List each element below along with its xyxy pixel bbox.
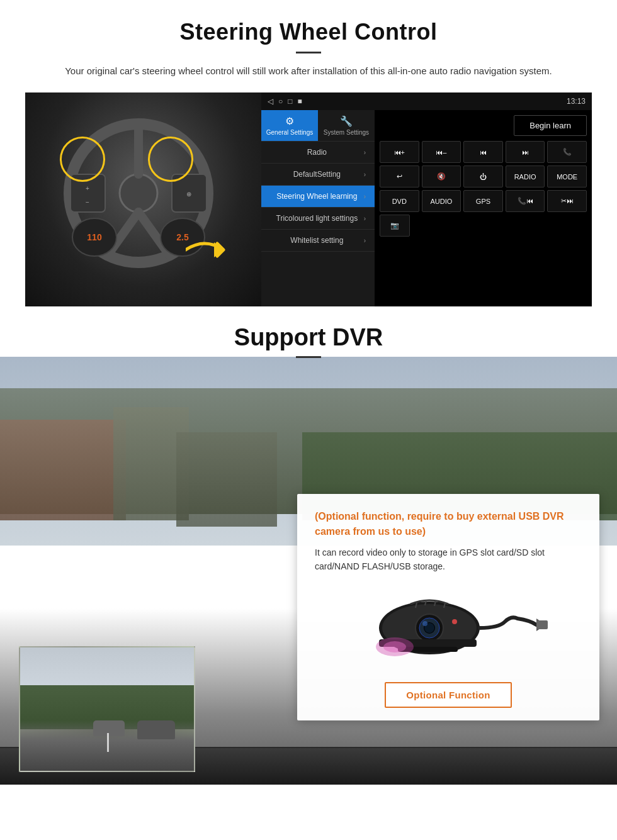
steering-title: Steering Wheel Control bbox=[25, 19, 592, 45]
svg-text:110: 110 bbox=[87, 232, 102, 242]
menu-steering-wheel[interactable]: Steering Wheel learning › bbox=[261, 186, 375, 208]
svg-point-31 bbox=[383, 641, 406, 652]
chevron-icon-5: › bbox=[364, 237, 366, 244]
menu-icon[interactable]: ■ bbox=[298, 97, 302, 106]
steering-demo: + − ⊕ 110 2.5 bbox=[25, 92, 592, 306]
svg-text:+: + bbox=[86, 185, 89, 192]
home-icon[interactable]: ○ bbox=[278, 97, 283, 106]
back-icon[interactable]: ◁ bbox=[268, 97, 273, 106]
ctrl-row-2: ↩ 🔇 ⏻ RADIO MODE bbox=[380, 165, 587, 188]
chevron-icon-4: › bbox=[364, 215, 366, 222]
dvd-btn[interactable]: DVD bbox=[380, 190, 419, 212]
dvr-title-area: Support DVR bbox=[0, 306, 617, 368]
dvr-card-title: (Optional function, require to buy exter… bbox=[315, 509, 582, 539]
svg-rect-24 bbox=[536, 620, 548, 629]
svg-point-1 bbox=[120, 174, 157, 212]
ctrl-row-4: 📷 bbox=[380, 215, 587, 237]
system-settings-label: System Settings bbox=[324, 129, 369, 136]
lane-marking bbox=[107, 733, 109, 752]
call-btn[interactable]: 📞 bbox=[547, 141, 587, 163]
radio-btn[interactable]: RADIO bbox=[506, 165, 545, 188]
dvr-camera-area bbox=[315, 584, 582, 672]
system-settings-tab[interactable]: 🔧 System Settings bbox=[318, 110, 375, 141]
camera-btn[interactable]: 📷 bbox=[380, 215, 410, 237]
system-icon: 🔧 bbox=[340, 115, 353, 127]
yellow-arrow-icon bbox=[186, 231, 242, 269]
optional-function-button[interactable]: Optional Function bbox=[385, 682, 511, 708]
dvr-thumbnail bbox=[19, 646, 195, 772]
button-grid: Begin learn ⏮+ ⏮– ⏮ ⏭ 📞 ↩ 🔇 ⏻ bbox=[375, 110, 592, 306]
prev-btn[interactable]: ⏮ bbox=[463, 141, 503, 163]
gps-btn[interactable]: GPS bbox=[463, 190, 503, 212]
highlight-circle-left bbox=[60, 137, 105, 182]
dvr-card-body: It can record video only to storage in G… bbox=[315, 546, 582, 574]
general-settings-tab[interactable]: ⚙ General Settings bbox=[261, 110, 318, 141]
vol-up-btn[interactable]: ⏮+ bbox=[380, 141, 419, 163]
gear-icon: ⚙ bbox=[285, 115, 294, 127]
dvr-title: Support DVR bbox=[25, 324, 592, 351]
title-divider-2 bbox=[296, 356, 321, 358]
android-statusbar: ◁ ○ □ ■ 13:13 bbox=[261, 92, 592, 110]
vol-down-btn[interactable]: ⏮– bbox=[422, 141, 461, 163]
android-body: ⚙ General Settings 🔧 System Settings Rad… bbox=[261, 110, 592, 306]
power-btn[interactable]: ⏻ bbox=[463, 165, 503, 188]
next-btn[interactable]: ⏭ bbox=[506, 141, 545, 163]
menu-radio[interactable]: Radio › bbox=[261, 142, 375, 164]
dvr-camera-image bbox=[348, 584, 549, 672]
mute-btn[interactable]: 🔇 bbox=[422, 165, 461, 188]
android-screen: ◁ ○ □ ■ 13:13 ⚙ General Settings bbox=[261, 92, 592, 306]
chevron-icon: › bbox=[364, 149, 366, 156]
svg-point-25 bbox=[452, 619, 457, 624]
dvr-section: Support DVR (Optional function, require … bbox=[0, 306, 617, 785]
recents-icon[interactable]: □ bbox=[288, 97, 292, 106]
menu-tricoloured[interactable]: Tricoloured light settings › bbox=[261, 208, 375, 230]
optional-btn-row: Optional Function bbox=[315, 682, 582, 708]
svg-text:⊕: ⊕ bbox=[186, 191, 191, 198]
steering-section: Steering Wheel Control Your original car… bbox=[0, 0, 617, 306]
menu-whitelist[interactable]: Whitelist setting › bbox=[261, 230, 375, 252]
cut-next-btn[interactable]: ✂⏭ bbox=[547, 190, 587, 212]
begin-learn-button[interactable]: Begin learn bbox=[514, 115, 587, 136]
statusbar-time: 13:13 bbox=[567, 97, 586, 106]
mode-btn[interactable]: MODE bbox=[547, 165, 587, 188]
end-call-btn[interactable]: ↩ bbox=[380, 165, 419, 188]
thumb-car-1 bbox=[137, 720, 175, 739]
general-settings-label: General Settings bbox=[266, 129, 314, 136]
chevron-icon-2: › bbox=[364, 171, 366, 178]
ctrl-row-1: ⏮+ ⏮– ⏮ ⏭ 📞 bbox=[380, 141, 587, 163]
begin-learn-row: Begin learn bbox=[380, 115, 587, 138]
steering-photo: + − ⊕ 110 2.5 bbox=[25, 92, 261, 306]
menu-panel: ⚙ General Settings 🔧 System Settings Rad… bbox=[261, 110, 375, 306]
steering-description: Your original car's steering wheel contr… bbox=[38, 64, 579, 79]
dvr-info-card: (Optional function, require to buy exter… bbox=[297, 494, 599, 720]
ctrl-row-3: DVD AUDIO GPS 📞⏮ ✂⏭ bbox=[380, 190, 587, 212]
settings-tab-row: ⚙ General Settings 🔧 System Settings bbox=[261, 110, 375, 142]
chevron-icon-3: › bbox=[364, 193, 366, 200]
statusbar-nav-icons: ◁ ○ □ ■ bbox=[268, 97, 302, 106]
call-prev-btn[interactable]: 📞⏮ bbox=[506, 190, 545, 212]
audio-btn[interactable]: AUDIO bbox=[422, 190, 461, 212]
menu-default-setting[interactable]: DefaultSetting › bbox=[261, 164, 375, 186]
thumb-car-2 bbox=[93, 720, 125, 736]
svg-point-21 bbox=[422, 621, 427, 626]
highlight-circle-right bbox=[148, 137, 193, 182]
title-divider-1 bbox=[296, 52, 321, 53]
svg-text:−: − bbox=[86, 199, 89, 206]
